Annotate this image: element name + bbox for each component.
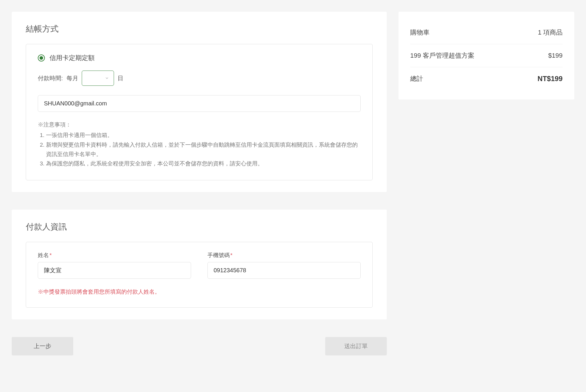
submit-order-button[interactable]: 送出訂單 (325, 337, 387, 355)
total-label: 總計 (410, 74, 423, 83)
cart-line-item: 199 客戶管理超值方案 $199 (410, 44, 563, 67)
button-row: 上一步 送出訂單 (12, 337, 387, 355)
line-item-price: $199 (548, 52, 563, 59)
phone-label: 手機號碼* (207, 251, 361, 259)
payment-option-box: 信用卡定期定額 付款時間: 每月 日 ※注意事項： 一張信用卡適用一個信箱。 新… (26, 44, 373, 180)
cart-header-row: 購物車 1 項商品 (410, 21, 563, 44)
note-item: 一張信用卡適用一個信箱。 (46, 131, 361, 140)
name-input[interactable] (38, 262, 191, 279)
notes-list: 一張信用卡適用一個信箱。 新增與變更信用卡資料時，請先輸入付款人信箱，並於下一個… (38, 131, 361, 168)
cart-total-row: 總計 NT$199 (410, 67, 563, 90)
required-mark: * (230, 252, 232, 258)
note-item: 為保護您的隱私，此系統全程使用安全加密，本公司並不會儲存您的資料，請安心使用。 (46, 159, 361, 168)
required-mark: * (50, 252, 52, 258)
invoice-warning: ※中獎發票抬頭將會套用您所填寫的付款人姓名。 (38, 288, 361, 296)
payment-day-select[interactable] (82, 71, 114, 86)
back-button[interactable]: 上一步 (12, 337, 73, 355)
payment-time-row: 付款時間: 每月 日 (38, 71, 361, 86)
payer-email-input[interactable] (38, 95, 361, 112)
phone-input[interactable] (207, 262, 361, 279)
chevron-down-icon (105, 76, 109, 80)
radio-selected-icon (38, 54, 45, 61)
payer-info-card: 付款人資訊 姓名* 手機號碼* ※中獎發票抬頭將會套用您所填寫的付款人姓名。 (12, 210, 387, 319)
total-value: NT$199 (538, 75, 563, 83)
checkout-method-card: 結帳方式 信用卡定期定額 付款時間: 每月 日 ※注意事項： (12, 12, 387, 192)
payer-form-box: 姓名* 手機號碼* ※中獎發票抬頭將會套用您所填寫的付款人姓名。 (26, 242, 373, 308)
checkout-method-title: 結帳方式 (26, 23, 373, 35)
payment-option-label: 信用卡定期定額 (50, 54, 95, 62)
notes-section: ※注意事項： 一張信用卡適用一個信箱。 新增與變更信用卡資料時，請先輸入付款人信… (38, 120, 361, 168)
payment-time-label: 付款時間: (38, 74, 63, 82)
payer-info-title: 付款人資訊 (26, 221, 373, 232)
notes-header: ※注意事項： (38, 120, 361, 129)
note-item: 新增與變更信用卡資料時，請先輸入付款人信箱，並於下一個步驟中自動跳轉至信用卡金流… (46, 140, 361, 159)
name-label: 姓名* (38, 251, 191, 259)
line-item-name: 199 客戶管理超值方案 (410, 51, 474, 60)
cart-item-count: 1 項商品 (538, 28, 563, 37)
cart-title: 購物車 (410, 28, 430, 37)
payment-time-prefix: 每月 (67, 74, 78, 82)
payment-option-radio[interactable]: 信用卡定期定額 (38, 54, 361, 62)
payment-time-suffix: 日 (117, 74, 123, 82)
cart-summary-card: 購物車 1 項商品 199 客戶管理超值方案 $199 總計 NT$199 (398, 12, 574, 100)
